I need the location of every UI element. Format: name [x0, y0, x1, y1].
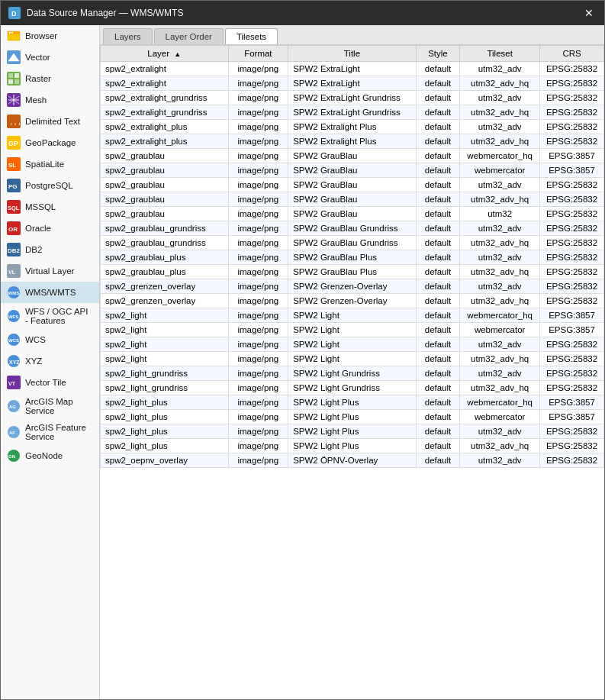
table-row[interactable]: spw2_extralight_plusimage/pngSPW2 Extral… — [101, 134, 604, 149]
table-row[interactable]: spw2_lightimage/pngSPW2 Lightdefaultwebm… — [101, 323, 604, 337]
col-header-style[interactable]: Style — [416, 46, 460, 62]
cell-tileset: utm32_adv — [460, 453, 540, 468]
sidebar-item-wcs[interactable]: WCS WCS — [1, 329, 99, 350]
sidebar-item-wms[interactable]: WMS WMS/WMTS — [1, 282, 99, 303]
svg-text:PG: PG — [8, 183, 18, 190]
cell-tileset: utm32_adv_hq — [460, 439, 540, 453]
sidebar-item-oracle[interactable]: OR Oracle — [1, 218, 99, 239]
table-row[interactable]: spw2_extralightimage/pngSPW2 ExtraLightd… — [101, 62, 604, 76]
col-header-layer[interactable]: Layer ▲ — [101, 46, 229, 62]
cell-format: image/png — [228, 207, 288, 221]
table-scroll[interactable]: Layer ▲ Format Title Style Tileset CRS — [100, 45, 604, 699]
cell-title: SPW2 GrauBlau Grundriss — [288, 221, 417, 236]
tab-layer-order[interactable]: Layer Order — [154, 28, 224, 44]
table-row[interactable]: spw2_light_grundrissimage/pngSPW2 Light … — [101, 381, 604, 395]
cell-crs: EPSG:25832 — [540, 352, 604, 366]
sidebar-label-geonode: GeoNode — [25, 451, 63, 460]
table-row[interactable]: spw2_graublau_grundrissimage/pngSPW2 Gra… — [101, 236, 604, 250]
cell-format: image/png — [228, 366, 288, 381]
table-row[interactable]: spw2_light_grundrissimage/pngSPW2 Light … — [101, 366, 604, 381]
sidebar-item-vector[interactable]: Vector — [1, 47, 99, 68]
sidebar-item-postgresql[interactable]: PG PostgreSQL — [1, 175, 99, 196]
sidebar-item-mssql[interactable]: SQL MSSQL — [1, 196, 99, 218]
svg-rect-11 — [8, 79, 13, 84]
cell-tileset: webmercator — [460, 323, 540, 337]
table-row[interactable]: spw2_graublau_plusimage/pngSPW2 GrauBlau… — [101, 250, 604, 265]
cell-format: image/png — [228, 323, 288, 337]
sidebar-item-delimited[interactable]: ,,, Delimited Text — [1, 111, 99, 132]
cell-title: SPW2 Light Grundriss — [288, 381, 417, 395]
sidebar-label-vector: Vector — [25, 53, 50, 62]
sidebar-item-arcgismap[interactable]: AG ArcGIS Map Service — [1, 393, 99, 419]
mesh-icon — [7, 93, 21, 107]
table-row[interactable]: spw2_lightimage/pngSPW2 Lightdefaultwebm… — [101, 308, 604, 323]
sidebar-item-arcgisft[interactable]: AF ArcGIS Feature Service — [1, 419, 99, 445]
table-row[interactable]: spw2_grenzen_overlayimage/pngSPW2 Grenze… — [101, 279, 604, 294]
cell-crs: EPSG:25832 — [540, 279, 604, 294]
cell-tileset: utm32_adv — [460, 424, 540, 439]
table-row[interactable]: spw2_graublauimage/pngSPW2 GrauBlaudefau… — [101, 192, 604, 207]
cell-title: SPW2 Extralight Plus — [288, 120, 417, 134]
cell-title: SPW2 GrauBlau — [288, 192, 417, 207]
table-row[interactable]: spw2_grenzen_overlayimage/pngSPW2 Grenze… — [101, 294, 604, 308]
sidebar-item-geonode[interactable]: GN GeoNode — [1, 445, 99, 466]
tab-tilesets[interactable]: Tilesets — [225, 28, 278, 44]
cell-format: image/png — [228, 381, 288, 395]
mssql-icon: SQL — [7, 200, 21, 214]
sidebar-item-geopkg[interactable]: GP GeoPackage — [1, 132, 99, 153]
table-row[interactable]: spw2_graublau_grundrissimage/pngSPW2 Gra… — [101, 221, 604, 236]
col-header-crs[interactable]: CRS — [540, 46, 604, 62]
svg-rect-10 — [14, 73, 19, 78]
cell-layer: spw2_extralight — [101, 62, 229, 76]
cell-style: default — [416, 105, 460, 120]
cell-format: image/png — [228, 279, 288, 294]
sidebar-item-xyz[interactable]: XYZ XYZ — [1, 350, 99, 372]
cell-layer: spw2_oepnv_overlay — [101, 453, 229, 468]
table-row[interactable]: spw2_oepnv_overlayimage/pngSPW2 ÖPNV-Ove… — [101, 453, 604, 468]
cell-crs: EPSG:3857 — [540, 395, 604, 410]
sidebar-item-raster[interactable]: Raster — [1, 68, 99, 89]
table-row[interactable]: spw2_graublauimage/pngSPW2 GrauBlaudefau… — [101, 178, 604, 192]
table-row[interactable]: spw2_extralight_plusimage/pngSPW2 Extral… — [101, 120, 604, 134]
sidebar-item-vtile[interactable]: VT Vector Tile — [1, 372, 99, 393]
sidebar-item-virtual[interactable]: VL Virtual Layer — [1, 260, 99, 282]
cell-style: default — [416, 236, 460, 250]
cell-format: image/png — [228, 395, 288, 410]
sidebar-item-db2[interactable]: DB2 DB2 — [1, 239, 99, 260]
wms-icon: WMS — [7, 285, 21, 299]
sidebar-item-spatialite[interactable]: SL SpatiaLite — [1, 153, 99, 175]
sidebar-item-mesh[interactable]: Mesh — [1, 89, 99, 111]
cell-style: default — [416, 395, 460, 410]
table-row[interactable]: spw2_extralight_grundrissimage/pngSPW2 E… — [101, 91, 604, 105]
cell-tileset: utm32_adv — [460, 366, 540, 381]
table-row[interactable]: spw2_graublauimage/pngSPW2 GrauBlaudefau… — [101, 163, 604, 178]
table-row[interactable]: spw2_light_plusimage/pngSPW2 Light Plusd… — [101, 424, 604, 439]
sidebar-label-db2: DB2 — [25, 245, 42, 254]
table-row[interactable]: spw2_light_plusimage/pngSPW2 Light Plusd… — [101, 395, 604, 410]
cell-format: image/png — [228, 265, 288, 279]
col-header-title[interactable]: Title — [288, 46, 417, 62]
sidebar-item-wfs[interactable]: WFS WFS / OGC API - Features — [1, 303, 99, 329]
table-row[interactable]: spw2_graublauimage/pngSPW2 GrauBlaudefau… — [101, 207, 604, 221]
tab-layers[interactable]: Layers — [103, 28, 153, 44]
cell-style: default — [416, 163, 460, 178]
table-row[interactable]: spw2_graublau_plusimage/pngSPW2 GrauBlau… — [101, 265, 604, 279]
svg-text:SL: SL — [8, 162, 16, 169]
table-row[interactable]: spw2_graublauimage/pngSPW2 GrauBlaudefau… — [101, 149, 604, 163]
cell-layer: spw2_extralight — [101, 76, 229, 91]
wfs-icon: WFS — [7, 309, 21, 323]
table-row[interactable]: spw2_extralight_grundrissimage/pngSPW2 E… — [101, 105, 604, 120]
sidebar-label-wms: WMS/WMTS — [25, 288, 76, 297]
table-row[interactable]: spw2_light_plusimage/pngSPW2 Light Plusd… — [101, 410, 604, 424]
cell-layer: spw2_light_plus — [101, 439, 229, 453]
table-row[interactable]: spw2_lightimage/pngSPW2 Lightdefaultutm3… — [101, 352, 604, 366]
close-button[interactable]: ✕ — [581, 5, 597, 21]
sidebar-item-browser[interactable]: Browser — [1, 25, 99, 47]
col-header-format[interactable]: Format — [228, 46, 288, 62]
col-header-tileset[interactable]: Tileset — [460, 46, 540, 62]
table-row[interactable]: spw2_lightimage/pngSPW2 Lightdefaultutm3… — [101, 337, 604, 352]
table-row[interactable]: spw2_extralightimage/pngSPW2 ExtraLightd… — [101, 76, 604, 91]
title-bar: D Data Source Manager — WMS/WMTS ✕ — [1, 1, 604, 25]
cell-layer: spw2_graublau_grundriss — [101, 236, 229, 250]
table-row[interactable]: spw2_light_plusimage/pngSPW2 Light Plusd… — [101, 439, 604, 453]
